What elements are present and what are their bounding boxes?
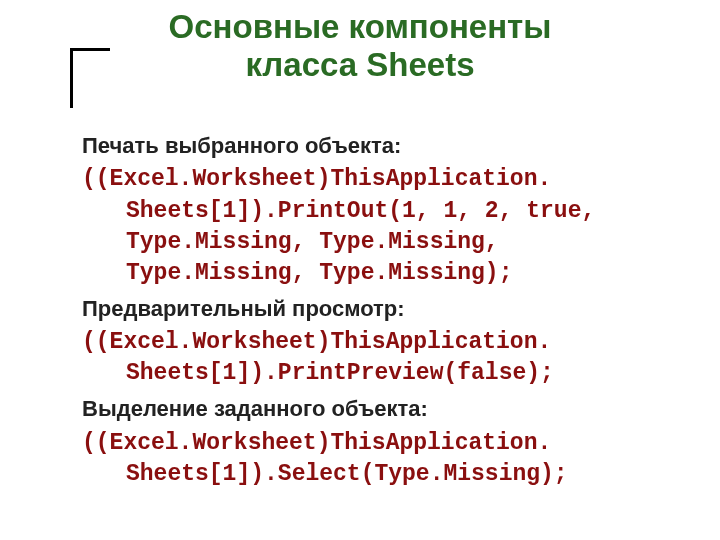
- slide: Основные компоненты класса Sheets Печать…: [0, 0, 720, 540]
- title-area: Основные компоненты класса Sheets: [0, 0, 720, 102]
- section-label: Выделение заданного объекта:: [82, 395, 660, 424]
- title-line-1: Основные компоненты: [169, 8, 552, 45]
- slide-title: Основные компоненты класса Sheets: [40, 8, 680, 84]
- code-block: ((Excel.Worksheet)ThisApplication. Sheet…: [82, 428, 660, 490]
- slide-body: Печать выбранного объекта: ((Excel.Works…: [0, 102, 720, 490]
- section-label: Печать выбранного объекта:: [82, 132, 660, 161]
- code-block: ((Excel.Worksheet)ThisApplication. Sheet…: [82, 164, 660, 288]
- section-label: Предварительный просмотр:: [82, 295, 660, 324]
- code-block: ((Excel.Worksheet)ThisApplication. Sheet…: [82, 327, 660, 389]
- title-line-2: класса Sheets: [245, 46, 474, 83]
